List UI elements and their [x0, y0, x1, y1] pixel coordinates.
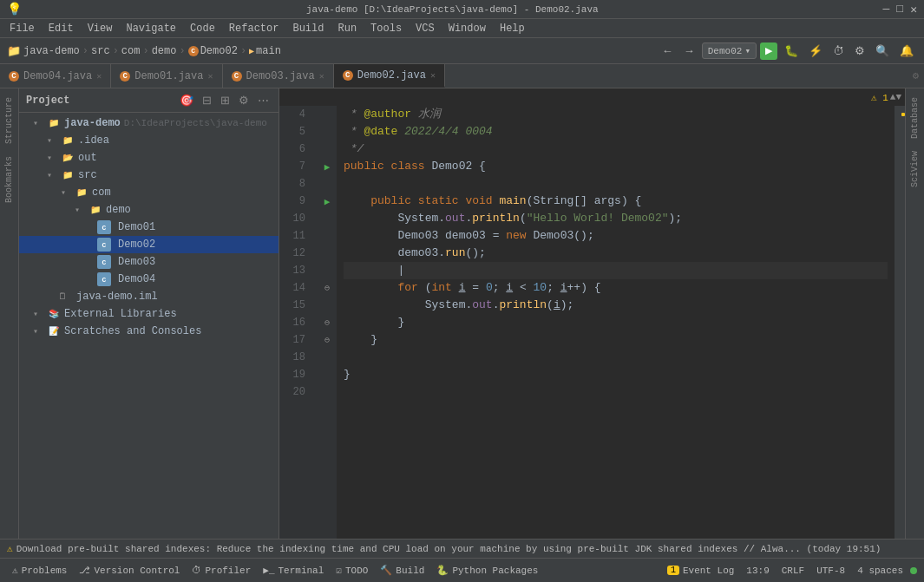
- tree-item-extlib[interactable]: ▾ 📚 External Libraries: [19, 305, 279, 323]
- code-area[interactable]: * @author 水润 * @date 2022/4/4 0004 */pub…: [337, 106, 895, 539]
- sidebar-collapse-button[interactable]: ⊟: [200, 93, 214, 108]
- coverage-button[interactable]: ⚡: [805, 43, 826, 59]
- line-number-12: 12: [279, 245, 311, 262]
- warning-banner-text: Download pre-built shared indexes: Reduc…: [16, 544, 881, 554]
- breadcrumb-method[interactable]: main: [256, 45, 281, 57]
- tab-demo01-close[interactable]: ✕: [207, 71, 213, 82]
- warning-count-badge[interactable]: ⚠ 1: [871, 92, 888, 103]
- vtab-bookmarks[interactable]: Bookmarks: [3, 151, 16, 208]
- problems-icon: ⚠: [12, 565, 18, 576]
- tree-item-demo03[interactable]: C Demo03: [19, 253, 279, 271]
- debug-button[interactable]: 🐛: [781, 43, 802, 59]
- warning-banner: ⚠ Download pre-built shared indexes: Red…: [0, 539, 924, 558]
- run-button[interactable]: ▶: [760, 43, 777, 60]
- profile-button[interactable]: ⏱: [829, 43, 848, 59]
- tab-demo04[interactable]: C Demo04.java ✕: [0, 64, 111, 88]
- line-number-17: 17: [279, 331, 311, 349]
- run-gutter-icon-9[interactable]: ▶: [324, 196, 331, 207]
- menu-tools[interactable]: Tools: [364, 21, 408, 36]
- sidebar-locate-button[interactable]: 🎯: [177, 93, 196, 108]
- menu-file[interactable]: File: [3, 21, 41, 36]
- menu-help[interactable]: Help: [494, 21, 531, 36]
- menu-edit[interactable]: Edit: [43, 21, 80, 36]
- token: }: [344, 314, 404, 331]
- python-packages-button[interactable]: 🐍 Python Packages: [431, 565, 543, 576]
- breadcrumb-project[interactable]: java-demo: [23, 45, 80, 57]
- menu-navigate[interactable]: Navigate: [120, 21, 182, 36]
- token: (: [527, 193, 534, 210]
- breadcrumb-src[interactable]: src: [91, 45, 110, 57]
- back-button[interactable]: ←: [659, 43, 677, 59]
- terminal-button[interactable]: ▶_ Terminal: [258, 565, 329, 576]
- fold-gutter-icon-16[interactable]: ⊖: [324, 317, 330, 328]
- problems-button[interactable]: ⚠ Problems: [7, 565, 72, 576]
- settings-button[interactable]: ⚙: [851, 43, 868, 59]
- event-log-button[interactable]: 1 Event Log: [662, 566, 739, 576]
- sidebar-expand-button[interactable]: ⊞: [218, 93, 233, 108]
- token: .: [438, 210, 445, 227]
- tab-demo04-close[interactable]: ✕: [96, 71, 102, 82]
- menu-window[interactable]: Window: [442, 21, 492, 36]
- tree-item-iml[interactable]: 🗒 java-demo.iml: [19, 288, 279, 305]
- tab-demo02-icon: C: [343, 70, 353, 81]
- todo-button[interactable]: ☑ TODO: [331, 565, 373, 576]
- run-config-dropdown[interactable]: Demo02 ▾: [702, 43, 757, 59]
- tab-demo02-close[interactable]: ✕: [430, 70, 436, 81]
- fold-gutter-icon-14[interactable]: ⊖: [324, 283, 330, 293]
- demo04-java-icon: C: [97, 272, 111, 286]
- breadcrumb-com[interactable]: com: [121, 45, 141, 57]
- warning-nav-down[interactable]: ▼: [895, 92, 901, 102]
- maximize-button[interactable]: □: [896, 3, 903, 16]
- tree-item-demo02[interactable]: C Demo02: [19, 236, 279, 253]
- tree-item-src[interactable]: ▾ 📁 src: [19, 167, 279, 184]
- warning-nav-up[interactable]: ▲: [890, 92, 896, 102]
- cursor-position[interactable]: 13:9: [741, 566, 774, 576]
- token: 水润: [411, 106, 441, 123]
- run-gutter-icon-7[interactable]: ▶: [324, 161, 331, 173]
- tree-item-com[interactable]: ▾ 📁 com: [19, 184, 279, 201]
- tab-demo01[interactable]: C Demo01.java ✕: [111, 64, 222, 88]
- tree-item-root[interactable]: ▾ 📁 java-demo D:\IdeaProjects\java-demo: [19, 114, 279, 132]
- forward-button[interactable]: →: [680, 43, 698, 59]
- tree-item-scratch[interactable]: ▾ 📝 Scratches and Consoles: [19, 323, 279, 340]
- tab-demo03-close[interactable]: ✕: [319, 71, 324, 82]
- menu-refactor[interactable]: Refactor: [223, 21, 285, 36]
- menu-run[interactable]: Run: [331, 21, 363, 36]
- vtab-database[interactable]: Database: [908, 92, 921, 144]
- encoding-button[interactable]: UTF-8: [811, 566, 850, 576]
- fold-gutter-icon-17[interactable]: ⊖: [324, 335, 330, 345]
- sidebar-more-button[interactable]: ⋯: [255, 93, 272, 108]
- line-number-18: 18: [279, 349, 311, 366]
- right-scrollbar[interactable]: [895, 106, 905, 539]
- tree-item-demo01[interactable]: C Demo01: [19, 219, 279, 236]
- tab-demo03[interactable]: C Demo03.java ✕: [223, 64, 334, 88]
- minimize-button[interactable]: —: [883, 3, 890, 16]
- tree-item-idea[interactable]: ▾ 📁 .idea: [19, 132, 279, 149]
- sidebar-settings-button[interactable]: ⚙: [236, 93, 252, 108]
- tree-item-out[interactable]: ▾ 📂 out: [19, 149, 279, 167]
- out-folder-icon: 📂: [61, 151, 75, 165]
- line-ending-button[interactable]: CRLF: [777, 566, 809, 576]
- python-icon: 🐍: [436, 565, 449, 576]
- notification-button[interactable]: 🔔: [896, 43, 917, 59]
- menu-vcs[interactable]: VCS: [410, 21, 441, 36]
- menu-view[interactable]: View: [82, 21, 119, 36]
- tree-item-demo04[interactable]: C Demo04: [19, 271, 279, 288]
- version-control-button[interactable]: ⎇ Version Control: [74, 565, 185, 576]
- token: 2022/4/4 0004: [397, 123, 492, 141]
- tab-demo02[interactable]: C Demo02.java ✕: [334, 64, 445, 88]
- vtab-sciview[interactable]: SciView: [908, 146, 921, 193]
- tree-label-scratch: Scratches and Consoles: [64, 325, 201, 337]
- profiler-button[interactable]: ⏱ Profiler: [187, 565, 256, 576]
- menu-build[interactable]: Build: [286, 21, 330, 36]
- search-button[interactable]: 🔍: [872, 43, 893, 59]
- indent-button[interactable]: 4 spaces: [852, 566, 908, 576]
- breadcrumb-file[interactable]: Demo02: [200, 45, 238, 57]
- vtab-structure[interactable]: Structure: [3, 92, 16, 149]
- tabs-gear-button[interactable]: ⚙: [908, 64, 924, 88]
- build-button[interactable]: 🔨 Build: [375, 565, 429, 576]
- menu-code[interactable]: Code: [184, 21, 221, 36]
- close-button[interactable]: ✕: [910, 3, 917, 16]
- tree-item-demo[interactable]: ▾ 📁 demo: [19, 201, 279, 219]
- breadcrumb-demo[interactable]: demo: [152, 45, 177, 57]
